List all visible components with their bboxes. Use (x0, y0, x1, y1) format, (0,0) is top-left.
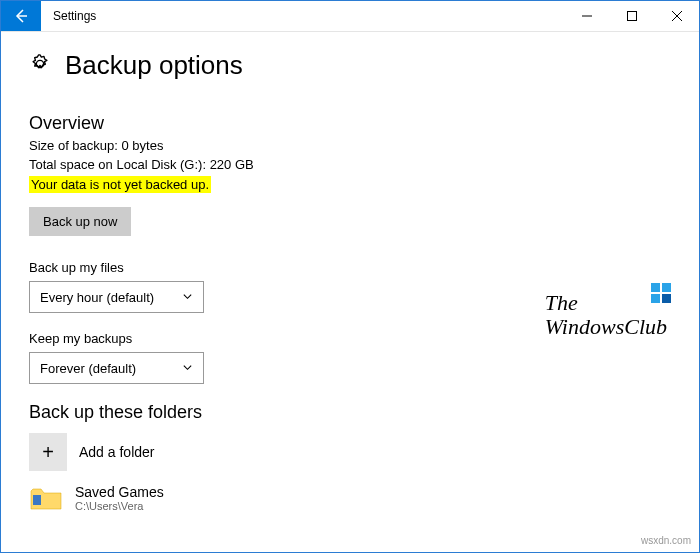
watermark-logo-icon (651, 283, 673, 305)
content-area: Backup options Overview Size of backup: … (1, 32, 699, 543)
frequency-dropdown[interactable]: Every hour (default) (29, 281, 204, 313)
svg-rect-0 (627, 12, 636, 21)
add-folder-button[interactable]: + Add a folder (29, 433, 671, 471)
window-controls (564, 1, 699, 31)
gear-icon (29, 53, 51, 79)
page-title: Backup options (65, 50, 243, 81)
maximize-button[interactable] (609, 1, 654, 31)
watermark-line1: The (545, 291, 667, 315)
attribution-text: wsxdn.com (641, 535, 691, 546)
backup-size-text: Size of backup: 0 bytes (29, 138, 671, 153)
folder-path: C:\Users\Vera (75, 500, 164, 512)
chevron-down-icon (182, 290, 193, 305)
folders-section: Back up these folders + Add a folder Sav… (29, 402, 671, 513)
add-folder-label: Add a folder (79, 444, 155, 460)
total-space-text: Total space on Local Disk (G:): 220 GB (29, 157, 671, 172)
arrow-left-icon (13, 8, 29, 24)
folder-text: Saved Games C:\Users\Vera (75, 484, 164, 512)
retention-value: Forever (default) (40, 361, 136, 376)
minimize-button[interactable] (564, 1, 609, 31)
backup-now-button[interactable]: Back up now (29, 207, 131, 236)
svg-rect-4 (651, 294, 660, 303)
retention-dropdown[interactable]: Forever (default) (29, 352, 204, 384)
svg-rect-5 (662, 294, 671, 303)
chevron-down-icon (182, 361, 193, 376)
close-button[interactable] (654, 1, 699, 31)
minimize-icon (582, 11, 592, 21)
maximize-icon (627, 11, 637, 21)
folders-heading: Back up these folders (29, 402, 671, 423)
status-highlight: Your data is not yet backed up. (29, 176, 211, 193)
window-title: Settings (41, 1, 564, 31)
watermark: The WindowsClub (545, 291, 667, 339)
titlebar: Settings (1, 1, 699, 32)
frequency-label: Back up my files (29, 260, 671, 275)
svg-rect-1 (33, 495, 41, 505)
svg-rect-3 (662, 283, 671, 292)
svg-rect-2 (651, 283, 660, 292)
folder-icon (29, 483, 63, 513)
frequency-value: Every hour (default) (40, 290, 154, 305)
plus-icon: + (29, 433, 67, 471)
back-button[interactable] (1, 1, 41, 31)
watermark-line2: WindowsClub (545, 315, 667, 339)
close-icon (672, 11, 682, 21)
page-header: Backup options (29, 50, 671, 81)
overview-heading: Overview (29, 113, 671, 134)
backup-status-text: Your data is not yet backed up. (29, 176, 671, 193)
folder-item[interactable]: Saved Games C:\Users\Vera (29, 483, 671, 513)
folder-name: Saved Games (75, 484, 164, 500)
